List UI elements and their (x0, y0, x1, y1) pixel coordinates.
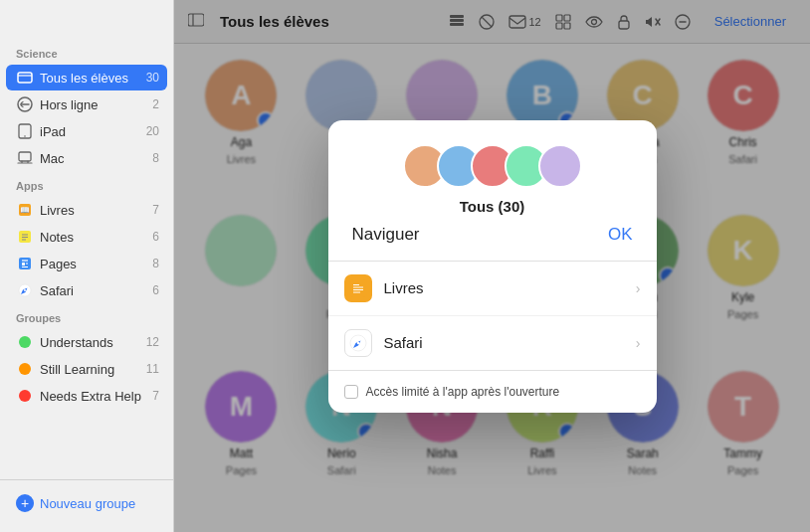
svg-point-20 (19, 390, 31, 402)
modal-nav-label: Naviguer (352, 225, 420, 245)
sidebar-item-safari[interactable]: Safari 6 (6, 277, 167, 303)
sidebar-item-livres[interactable]: 📖 Livres 7 (6, 197, 167, 223)
sidebar-item-count: 20 (146, 124, 159, 138)
ipad-icon (16, 122, 34, 140)
sidebar-item-count: 30 (146, 71, 159, 85)
modal-student-avatar (538, 144, 582, 188)
modal-count-text: Tous (30) (460, 198, 525, 215)
sidebar-item-understands[interactable]: Understands 12 (6, 329, 167, 355)
svg-rect-13 (22, 263, 25, 266)
offline-icon (16, 95, 34, 113)
sidebar-item-count: 12 (146, 335, 159, 349)
sidebar-item-count: 2 (152, 97, 159, 111)
sidebar-item-label: Needs Extra Help (40, 389, 148, 404)
modal-nav-row: Naviguer OK (348, 225, 637, 245)
safari-icon (16, 281, 34, 299)
sidebar-item-label: Pages (40, 257, 148, 271)
plus-icon: + (16, 494, 34, 512)
modal-app-list: Livres›Safari› (328, 262, 657, 370)
sidebar-item-label: iPad (40, 124, 142, 139)
modal-checkbox[interactable] (344, 385, 358, 399)
sidebar-item-count: 6 (152, 230, 159, 244)
svg-rect-39 (349, 279, 367, 297)
sidebar-item-label: Livres (40, 203, 148, 218)
sidebar-item-notes[interactable]: Notes 6 (6, 224, 167, 250)
group-icon (16, 69, 34, 87)
modal-footer: Accès limité à l'app après l'ouverture (328, 370, 657, 413)
sidebar-item-label: Tous les élèves (40, 71, 142, 86)
svg-point-17 (24, 289, 26, 291)
safari-app-icon (344, 329, 372, 357)
svg-text:📖: 📖 (20, 205, 30, 215)
modal-header: Tous (30) Naviguer OK (328, 120, 657, 261)
sidebar-item-count: 11 (146, 362, 159, 376)
svg-rect-4 (19, 152, 31, 161)
sidebar-item-label: Hors ligne (40, 97, 148, 112)
sidebar-item-tous-les-eleves[interactable]: Tous les élèves 30 (6, 65, 167, 90)
understands-dot-icon (16, 333, 34, 351)
livres-app-icon (344, 274, 372, 302)
sidebar-item-count: 7 (152, 389, 159, 403)
sidebar-section-label-apps: Apps (0, 172, 173, 196)
svg-rect-0 (18, 73, 32, 83)
mac-icon (16, 149, 34, 167)
safari-app-name: Safari (384, 334, 636, 351)
sidebar-item-ipad[interactable]: iPad 20 (6, 118, 167, 144)
sidebar: Science Tous les élèves 30 Hors ligne 2 … (0, 0, 174, 532)
new-group-button[interactable]: + Nouveau groupe (10, 490, 163, 516)
sidebar-bottom: + Nouveau groupe (0, 479, 173, 532)
pages-icon (16, 255, 34, 272)
chevron-right-icon: › (636, 335, 641, 351)
svg-point-3 (24, 135, 26, 137)
modal-app-row-safari[interactable]: Safari› (328, 316, 657, 370)
sidebar-item-label: Understands (40, 335, 142, 350)
sidebar-section-label-groupes: Groupes (0, 304, 173, 328)
modal-ok-button[interactable]: OK (608, 225, 633, 245)
needs-extra-help-dot-icon (16, 387, 34, 405)
sidebar-item-label: Mac (40, 151, 148, 166)
still-learning-dot-icon (16, 360, 34, 378)
main-content: Tous les élèves 12 (174, 0, 810, 532)
sidebar-item-hors-ligne[interactable]: Hors ligne 2 (6, 91, 167, 117)
livres-app-name: Livres (384, 279, 636, 296)
svg-point-19 (19, 363, 31, 375)
sidebar-item-count: 8 (152, 151, 159, 165)
sidebar-item-still-learning[interactable]: Still Learning 11 (6, 356, 167, 382)
sidebar-section-apps: Apps 📖 Livres 7 Notes 6 Pages 8 (0, 172, 173, 304)
modal-overlay: Tous (30) Naviguer OK Livres›Safari› Acc… (174, 0, 810, 532)
sidebar-item-mac[interactable]: Mac 8 (6, 145, 167, 171)
chevron-right-icon: › (636, 280, 641, 296)
sidebar-item-label: Notes (40, 230, 148, 245)
livres-icon: 📖 (16, 201, 34, 219)
sidebar-item-pages[interactable]: Pages 8 (6, 251, 167, 276)
sidebar-item-needs-extra-help[interactable]: Needs Extra Help 7 (6, 383, 167, 409)
svg-point-18 (19, 336, 31, 348)
sidebar-item-label: Still Learning (40, 362, 142, 377)
sidebar-section-science: Science Tous les élèves 30 Hors ligne 2 … (0, 40, 173, 172)
notes-icon (16, 228, 34, 246)
sidebar-item-count: 8 (152, 257, 159, 270)
sidebar-item-label: Safari (40, 283, 148, 298)
new-group-label: Nouveau groupe (40, 496, 135, 511)
modal-footer-label: Accès limité à l'app après l'ouverture (366, 385, 560, 399)
sidebar-section-groupes: Groupes Understands 12 Still Learning 11… (0, 304, 173, 410)
sidebar-section-label-science: Science (0, 40, 173, 64)
sidebar-item-count: 7 (152, 203, 159, 217)
sidebar-item-count: 6 (152, 283, 159, 297)
svg-point-42 (356, 341, 358, 343)
navigate-modal: Tous (30) Naviguer OK Livres›Safari› Acc… (328, 120, 657, 413)
modal-avatar-group (403, 144, 582, 188)
modal-app-row-livres[interactable]: Livres› (328, 262, 657, 316)
